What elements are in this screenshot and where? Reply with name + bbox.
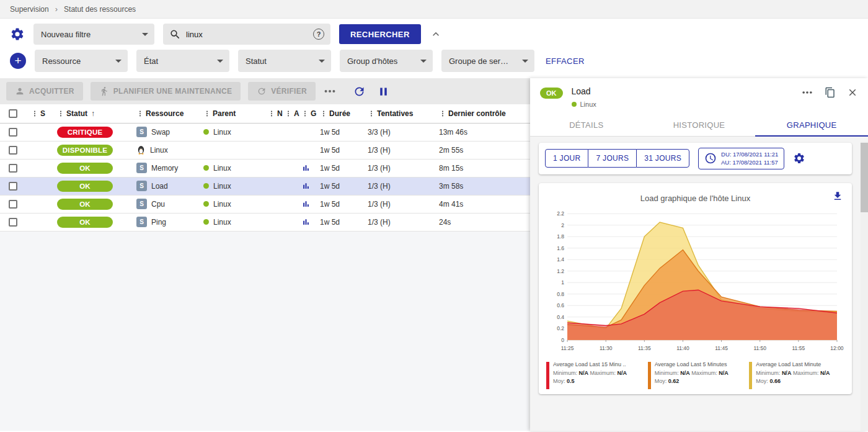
graph-icon[interactable] — [301, 163, 311, 173]
parent-link[interactable]: Linux — [213, 182, 231, 191]
column-menu-icon[interactable] — [268, 110, 275, 117]
acknowledge-button[interactable]: ACQUITTER — [6, 82, 83, 101]
column-header-ack[interactable]: A — [283, 104, 300, 123]
row-checkbox[interactable] — [9, 146, 17, 155]
parent-link[interactable]: Linux — [213, 200, 231, 209]
column-header-severity[interactable]: S — [30, 104, 56, 123]
column-menu-icon[interactable] — [439, 110, 446, 117]
range-1-day-button[interactable]: 1 JOUR — [545, 149, 588, 168]
resource-link[interactable]: Cpu — [151, 200, 165, 209]
parent-link[interactable]: Linux — [213, 164, 231, 173]
graph-icon[interactable] — [301, 181, 311, 191]
tab-details[interactable]: DÉTAILS — [530, 114, 643, 136]
graph-icon[interactable] — [301, 217, 311, 227]
resource-link[interactable]: Load — [151, 182, 168, 191]
resource-link[interactable]: Swap — [151, 128, 170, 137]
resource-link[interactable]: Memory — [151, 164, 178, 173]
check-button[interactable]: VÉRIFIER — [248, 82, 316, 101]
duration-cell: 1w 5d — [319, 195, 366, 213]
panel-host[interactable]: Linux — [580, 101, 596, 108]
filter-settings-icon[interactable] — [10, 27, 25, 42]
column-menu-icon[interactable] — [31, 110, 38, 117]
sort-asc-icon: ↑ — [91, 109, 95, 118]
legend-item[interactable]: Average Load Last Minute Minimum: N/A Ma… — [749, 361, 844, 389]
actions-toolbar: ACQUITTER PLANIFIER UNE MAINTENANCE VÉRI… — [0, 78, 530, 104]
state-select[interactable]: État — [136, 50, 229, 72]
column-header-parent[interactable]: Parent — [202, 104, 267, 123]
column-menu-icon[interactable] — [136, 110, 144, 117]
resources-table: S Statut↑ Ressource Parent N A G Durée T… — [0, 104, 530, 232]
search-button[interactable]: RECHERCHER — [339, 24, 421, 44]
svg-text:0.2: 0.2 — [557, 325, 564, 331]
pause-autorefresh-icon[interactable] — [377, 85, 390, 98]
column-header-status[interactable]: Statut↑ — [56, 104, 135, 123]
table-row[interactable]: OK SLoad Linux 1w 5d 1/3 (H) 3m 58s — [0, 177, 530, 195]
graph-icon[interactable] — [301, 199, 311, 209]
panel-scrollbar[interactable] — [861, 142, 868, 431]
tries-cell: 1/3 (H) — [366, 159, 438, 177]
column-header-graph[interactable]: G — [300, 104, 319, 123]
resource-type-select[interactable]: Ressource — [35, 50, 128, 72]
date-range-picker[interactable]: DU: 17/08/2021 11:21 AU: 17/08/2021 11:5… — [698, 148, 784, 169]
column-header-resource[interactable]: Ressource — [135, 104, 202, 123]
tab-history[interactable]: HISTORIQUE — [643, 114, 756, 136]
column-header-tries[interactable]: Tentatives — [366, 104, 438, 123]
add-criteria-button[interactable]: + — [10, 53, 26, 69]
row-checkbox[interactable] — [9, 200, 17, 209]
last-check-cell: 24s — [438, 213, 530, 231]
collapse-filters-icon[interactable] — [430, 28, 442, 40]
help-icon[interactable]: ? — [313, 29, 324, 40]
column-menu-icon[interactable] — [320, 110, 327, 117]
tab-graph[interactable]: GRAPHIQUE — [755, 114, 868, 136]
search-box[interactable]: ? — [163, 24, 330, 45]
export-chart-icon[interactable] — [832, 191, 843, 202]
copy-link-icon[interactable] — [825, 87, 836, 98]
more-actions-icon[interactable] — [323, 84, 337, 98]
column-header-notes[interactable]: N — [267, 104, 283, 123]
table-row[interactable]: CRITIQUE SSwap Linux 1w 5d 3/3 (H) 13m 4… — [0, 123, 530, 141]
row-checkbox[interactable] — [9, 182, 17, 191]
saved-filter-select[interactable]: Nouveau filtre — [33, 24, 154, 45]
range-31-days-button[interactable]: 31 JOURS — [636, 149, 689, 168]
resource-link[interactable]: Linux — [150, 146, 168, 155]
column-menu-icon[interactable] — [57, 110, 64, 117]
table-row[interactable]: OK SMemory Linux 1w 5d 1/3 (H) 8m 15s — [0, 159, 530, 177]
close-panel-icon[interactable] — [847, 87, 858, 98]
status-select[interactable]: Statut — [238, 50, 331, 72]
service-group-select[interactable]: Groupe de ser… — [441, 50, 534, 72]
legend-item[interactable]: Average Load Last 15 Minu .. Minimum: N/… — [546, 361, 642, 389]
row-checkbox[interactable] — [9, 128, 17, 137]
column-header-duration[interactable]: Durée — [319, 104, 366, 123]
legend-item[interactable]: Average Load Last 5 Minutes Minimum: N/A… — [648, 361, 743, 389]
resource-link[interactable]: Ping — [151, 218, 166, 227]
column-menu-icon[interactable] — [285, 110, 292, 117]
parent-link[interactable]: Linux — [213, 218, 231, 227]
svg-text:11:30: 11:30 — [600, 344, 613, 351]
table-row[interactable]: DISPONIBLE Linux 1w 5d 1/3 (H) — [0, 141, 530, 159]
table-row[interactable]: OK SPing Linux 1w 5d 1/3 (H) 24s — [0, 213, 530, 231]
table-row[interactable]: OK SCpu Linux 1w 5d 1/3 (H) 4m 41s — [0, 195, 530, 213]
parent-link[interactable]: Linux — [213, 128, 231, 137]
panel-more-actions-icon[interactable] — [801, 86, 813, 99]
breadcrumb-section[interactable]: Supervision — [10, 5, 49, 14]
svg-text:1: 1 — [561, 279, 564, 286]
column-header-last-check[interactable]: Dernier contrôle — [438, 104, 530, 123]
parent-status-dot — [203, 219, 209, 225]
graph-settings-icon[interactable] — [793, 152, 805, 164]
last-check-cell: 3m 58s — [438, 177, 530, 195]
refresh-list-icon[interactable] — [353, 85, 366, 98]
column-menu-icon[interactable] — [301, 110, 309, 117]
host-group-select[interactable]: Group d'hôtes — [340, 50, 433, 72]
clear-filters-button[interactable]: EFFACER — [546, 56, 585, 66]
column-menu-icon[interactable] — [368, 110, 375, 117]
range-7-days-button[interactable]: 7 JOURS — [588, 149, 636, 168]
select-all-checkbox[interactable] — [9, 109, 17, 118]
search-input[interactable] — [186, 30, 308, 39]
duration-cell: 1w 5d — [319, 123, 366, 141]
row-checkbox[interactable] — [9, 164, 17, 173]
scrollbar-thumb[interactable] — [861, 143, 868, 212]
column-menu-icon[interactable] — [203, 110, 211, 117]
set-downtime-button[interactable]: PLANIFIER UNE MAINTENANCE — [91, 82, 241, 101]
parent-status-dot — [203, 165, 209, 171]
row-checkbox[interactable] — [9, 218, 17, 227]
